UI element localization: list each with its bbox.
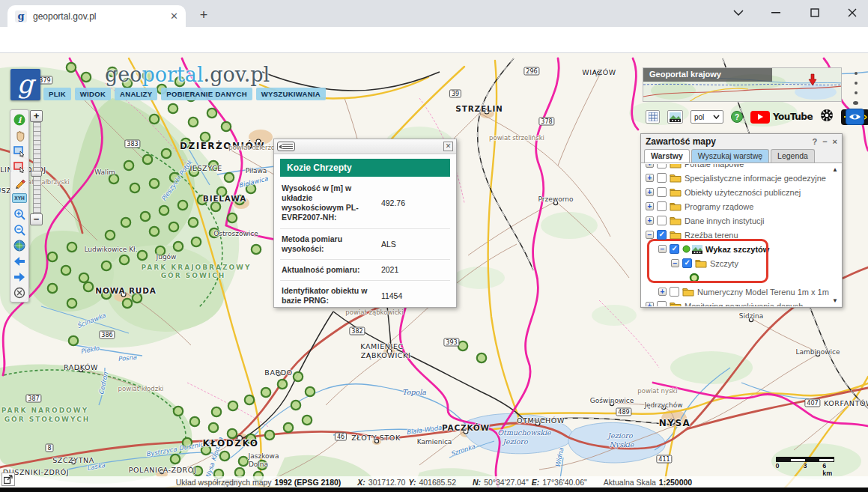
layer-checkbox[interactable] <box>657 216 667 225</box>
layer-wykaz-szczytów[interactable]: −Wykaz szczytów <box>641 242 842 256</box>
peak-marker[interactable] <box>61 266 70 275</box>
peak-marker[interactable] <box>235 195 244 204</box>
peak-marker[interactable] <box>239 457 248 466</box>
zoom-slider-handle[interactable] <box>31 171 42 177</box>
peak-marker[interactable] <box>220 452 229 461</box>
peak-marker[interactable] <box>210 228 219 237</box>
peak-marker[interactable] <box>150 179 159 188</box>
peak-marker[interactable] <box>458 341 467 350</box>
layer-checkbox[interactable] <box>682 258 692 268</box>
expand-icon[interactable]: + <box>646 174 654 182</box>
peak-marker[interactable] <box>156 246 165 255</box>
panel-help-icon[interactable]: ? <box>812 137 817 146</box>
peak-marker[interactable] <box>171 455 180 464</box>
select-red-rectangle-tool[interactable] <box>10 159 28 174</box>
visibility-eye-button[interactable] <box>846 109 864 125</box>
layer-checkbox[interactable] <box>657 301 667 306</box>
peak-marker[interactable] <box>174 242 183 251</box>
basemap-icon[interactable] <box>667 110 683 124</box>
layer-dane-innych-instytucji[interactable]: +Dane innych instytucji <box>641 213 842 228</box>
previous-view-tool[interactable] <box>10 253 28 269</box>
window-chevron-icon[interactable] <box>723 0 753 25</box>
peak-marker[interactable] <box>178 201 187 210</box>
collapse-icon[interactable]: − <box>646 231 654 239</box>
language-select[interactable]: pol <box>691 110 723 124</box>
clear-selection-tool[interactable] <box>10 285 28 300</box>
peak-marker[interactable] <box>245 395 254 404</box>
window-minimize-button[interactable] <box>761 0 791 25</box>
zoom-in-tool[interactable] <box>10 206 28 222</box>
map-export-icon[interactable] <box>1 473 15 486</box>
next-view-tool[interactable] <box>10 269 28 285</box>
peak-marker[interactable] <box>181 139 190 148</box>
browser-tab[interactable]: g geoportal.gov.pl ✕ <box>7 5 186 27</box>
peak-marker[interactable] <box>228 401 237 410</box>
layer-symbol[interactable] <box>641 270 842 285</box>
expand-icon[interactable]: + <box>646 202 654 210</box>
peak-marker[interactable] <box>106 231 115 240</box>
peak-marker[interactable] <box>201 133 210 142</box>
layer-numeryczny-model-terenu-1m-x-1m[interactable]: +Numeryczny Model Terenu 1m x 1m <box>641 285 842 299</box>
peak-marker[interactable] <box>291 401 300 410</box>
peak-marker[interactable] <box>120 255 129 264</box>
tab-warstwy[interactable]: Warstwy <box>644 149 690 163</box>
peak-marker[interactable] <box>217 187 226 196</box>
peak-marker[interactable] <box>246 184 255 193</box>
peak-marker[interactable] <box>69 336 78 345</box>
zoom-out-tool[interactable] <box>10 222 28 237</box>
peak-marker[interactable] <box>143 155 152 164</box>
zoom-out-button[interactable]: − <box>30 213 43 225</box>
layer-monitoring-pozyskiwania-danych[interactable]: +Monitoring pozyskiwania danych <box>641 299 842 306</box>
peak-marker[interactable] <box>477 353 486 362</box>
peak-marker[interactable] <box>252 245 261 254</box>
zoom-slider-track[interactable] <box>33 122 41 213</box>
expand-icon[interactable]: + <box>646 216 654 225</box>
peak-marker[interactable] <box>133 294 142 303</box>
geoportal-logo-tile[interactable]: g <box>10 69 40 100</box>
peak-marker[interactable] <box>303 416 312 425</box>
peak-marker[interactable] <box>189 167 198 176</box>
peak-marker[interactable] <box>212 407 221 416</box>
peak-marker[interactable] <box>209 423 218 432</box>
layer-checkbox[interactable] <box>657 163 667 168</box>
menu-plik[interactable]: PLIK <box>43 88 71 100</box>
select-rectangle-tool[interactable] <box>10 143 28 159</box>
overview-map[interactable]: Geoportal krajowy <box>643 67 842 102</box>
layer-obiekty-użyteczności-publicznej[interactable]: +Obiekty użyteczności publicznej <box>641 185 842 199</box>
peak-marker[interactable] <box>48 252 57 261</box>
layer-checkbox[interactable] <box>657 230 667 240</box>
collapse-icon[interactable]: − <box>671 259 679 267</box>
full-extent-globe-tool[interactable] <box>10 237 28 253</box>
peak-marker[interactable] <box>67 63 76 72</box>
xyh-coordinates-tool[interactable]: XYH <box>10 190 28 206</box>
peak-marker[interactable] <box>209 161 218 170</box>
expand-icon[interactable]: + <box>646 163 654 168</box>
youtube-button[interactable]: YouTube <box>750 111 813 124</box>
layer-checkbox[interactable] <box>657 173 667 183</box>
peak-marker[interactable] <box>228 429 237 438</box>
peak-marker[interactable] <box>109 174 118 183</box>
peak-marker[interactable] <box>294 372 303 381</box>
peak-marker[interactable] <box>160 206 169 215</box>
peak-marker[interactable] <box>150 115 159 124</box>
menu-widok[interactable]: WIDOK <box>75 88 111 100</box>
menu-analizy[interactable]: ANALIZY <box>115 88 157 100</box>
peak-marker[interactable] <box>130 183 139 192</box>
identify-tool[interactable]: i <box>10 112 28 127</box>
peak-marker[interactable] <box>198 195 207 204</box>
peak-marker[interactable] <box>228 213 237 222</box>
peak-marker[interactable] <box>169 222 178 231</box>
scroll-down-icon[interactable]: ▼ <box>832 297 838 304</box>
peak-marker[interactable] <box>246 434 255 443</box>
measure-pencil-tool[interactable] <box>10 174 28 190</box>
peak-marker[interactable] <box>82 73 91 82</box>
window-close-button[interactable] <box>837 0 867 25</box>
peak-marker[interactable] <box>138 251 147 260</box>
layer-checkbox[interactable] <box>670 287 679 297</box>
layer-checkbox[interactable] <box>657 201 667 211</box>
peak-marker[interactable] <box>284 423 293 432</box>
peak-marker[interactable] <box>192 237 201 246</box>
peak-marker[interactable] <box>170 173 179 182</box>
peak-marker[interactable] <box>102 290 111 299</box>
peak-marker[interactable] <box>102 261 111 270</box>
